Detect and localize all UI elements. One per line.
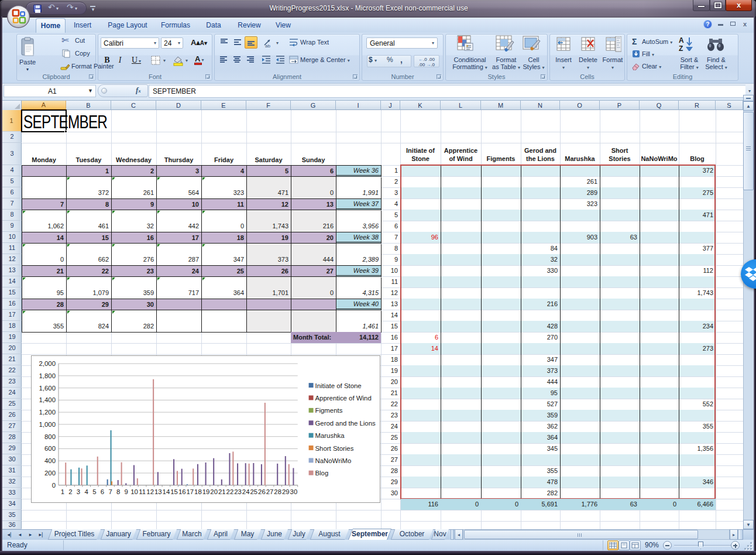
svg-text:13: 13	[154, 488, 162, 495]
svg-text:▾: ▾	[185, 58, 188, 63]
svg-text:9: 9	[125, 488, 128, 495]
svg-text:6: 6	[101, 488, 104, 495]
svg-text:17: 17	[186, 488, 194, 495]
svg-text:16: 16	[178, 488, 186, 495]
svg-text:25: 25	[250, 488, 258, 495]
svg-text:1,400: 1,400	[39, 396, 56, 403]
svg-text:1,000: 1,000	[39, 421, 56, 428]
svg-text:NaNoWriMo: NaNoWriMo	[315, 457, 352, 464]
svg-text:24: 24	[242, 488, 250, 495]
svg-text:8: 8	[116, 488, 120, 495]
svg-text:▾: ▾	[163, 58, 166, 63]
svg-text:18: 18	[194, 488, 202, 495]
svg-text:2,000: 2,000	[39, 360, 56, 367]
svg-text:26: 26	[258, 488, 266, 495]
svg-text:1,200: 1,200	[39, 409, 56, 416]
svg-text:12: 12	[146, 488, 154, 495]
svg-text:1,800: 1,800	[39, 372, 56, 379]
svg-text:22: 22	[226, 488, 234, 495]
svg-text:15: 15	[170, 488, 178, 495]
svg-text:Initiate of Stone: Initiate of Stone	[315, 382, 362, 389]
svg-text:Marushka: Marushka	[315, 432, 345, 439]
svg-text:1,600: 1,600	[39, 385, 56, 392]
svg-text:1: 1	[61, 488, 64, 495]
svg-text:0: 0	[52, 482, 56, 489]
svg-text:7: 7	[108, 488, 112, 495]
svg-text:3: 3	[77, 488, 80, 495]
svg-text:Z: Z	[679, 44, 683, 53]
svg-text:11: 11	[139, 488, 146, 495]
svg-text:20: 20	[210, 488, 218, 495]
svg-text:30: 30	[290, 488, 298, 495]
svg-text:27: 27	[266, 488, 274, 495]
svg-text:400: 400	[44, 457, 56, 464]
svg-text:2: 2	[68, 488, 72, 495]
svg-text:28: 28	[274, 488, 281, 495]
svg-text:A: A	[679, 36, 684, 44]
svg-text:4: 4	[85, 488, 88, 495]
svg-text:▾: ▾	[276, 40, 279, 46]
svg-text:Gerod and the Lions: Gerod and the Lions	[315, 420, 376, 427]
svg-text:Short Stories: Short Stories	[315, 445, 354, 452]
svg-text:14: 14	[163, 488, 170, 495]
svg-text:ab: ab	[265, 43, 270, 49]
svg-text:21: 21	[218, 488, 226, 495]
svg-text:10: 10	[130, 488, 138, 495]
svg-text:Blog: Blog	[315, 470, 329, 477]
svg-text:600: 600	[44, 445, 56, 452]
svg-text:Apprentice of Wind: Apprentice of Wind	[315, 395, 372, 402]
svg-text:200: 200	[44, 470, 56, 477]
svg-text:800: 800	[44, 433, 56, 440]
svg-text:29: 29	[282, 488, 290, 495]
svg-text:19: 19	[202, 488, 210, 495]
svg-text:Figments: Figments	[315, 407, 343, 414]
svg-text:5: 5	[92, 488, 96, 495]
svg-text:23: 23	[234, 488, 242, 495]
